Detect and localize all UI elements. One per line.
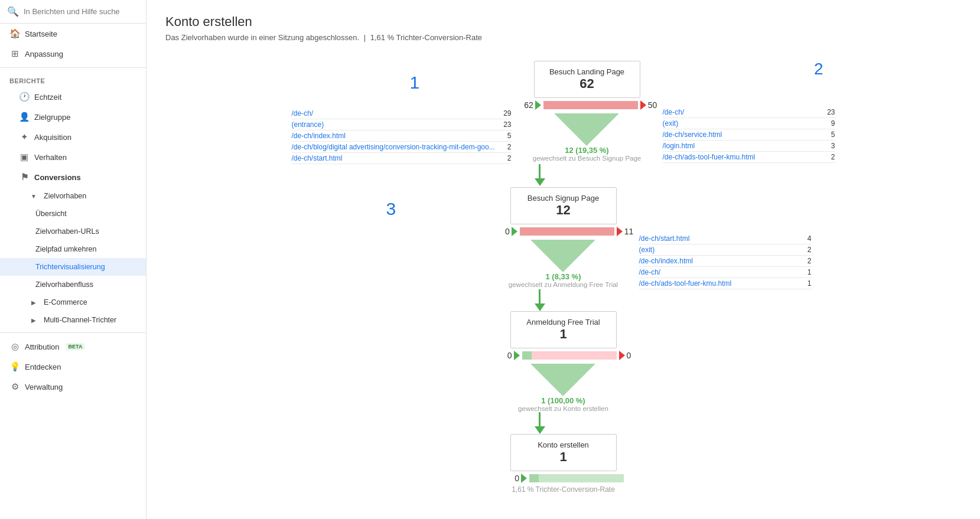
step-number-3: 3: [386, 199, 396, 219]
page-subtitle: Das Zielvorhaben wurde in einer Sitzung …: [165, 33, 961, 42]
sidebar-label: Conversions: [34, 173, 81, 182]
sidebar-label: Multi-Channel-Trichter: [44, 316, 116, 324]
outflow-num: 11: [624, 227, 634, 236]
sidebar-label: Attribution: [25, 342, 60, 351]
sidebar-item-attribution[interactable]: ◎ Attribution BETA: [0, 337, 146, 357]
box-title: Konto erstellen: [520, 440, 607, 449]
box-num: 62: [544, 76, 630, 92]
divider: [0, 67, 146, 68]
sidebar-item-akquisition[interactable]: ✦ Akquisition: [0, 127, 146, 147]
entry-row[interactable]: /de-ch/ads-tool-fuer-kmu.html 1: [639, 278, 812, 289]
attribution-icon: ◎: [9, 341, 20, 352]
progress-fill: [529, 474, 539, 482]
entry-row[interactable]: /de-ch/index.html 2: [639, 256, 812, 267]
inflow-arrow: [521, 474, 527, 483]
entry-row[interactable]: (entrance) 23: [292, 119, 512, 130]
sidebar-label: Zielvorhaben-URLs: [35, 227, 99, 236]
connector-line: [539, 164, 541, 178]
funnel-step-1: /de-ch/ 29 (entrance) 23 /de-ch/index.ht…: [165, 58, 961, 164]
entry-row[interactable]: /de-ch/ 1: [639, 267, 812, 278]
right-panel-step2: /de-ch/start.html 4 (exit) 2 /de-ch/inde…: [634, 186, 812, 289]
entry-row[interactable]: /de-ch/index.html 5: [292, 130, 512, 142]
entry-row[interactable]: /de-ch/ads-tool-fuer-kmu.html 2: [663, 152, 835, 163]
grid-icon: ⊞: [9, 48, 20, 59]
outflow-arrow: [617, 227, 623, 236]
conversion-section-step3: 1 (100,00 %) gewechselt zu Konto erstell…: [518, 364, 608, 412]
sidebar-item-verwaltung[interactable]: ⚙ Verwaltung: [0, 377, 146, 397]
sidebar-label: Entdecken: [25, 363, 61, 371]
sidebar-label: Trichtervisualisierung: [35, 263, 105, 271]
sidebar-item-zielpfad-umkehren[interactable]: Zielpfad umkehren: [0, 240, 146, 258]
bar-section-step2: 0 11: [493, 227, 634, 236]
outflow-num: 50: [648, 100, 657, 110]
sidebar-item-ecommerce[interactable]: ▶ E-Commerce: [0, 293, 146, 311]
progress-bar: [543, 101, 638, 109]
right-panel-step1: 2 /de-ch/ 23 (exit) 9 /de-ch/s: [658, 60, 835, 163]
sidebar-item-zielvorhaben-urls[interactable]: Zielvorhaben-URLs: [0, 223, 146, 240]
sidebar-item-uebersicht[interactable]: Übersicht: [0, 205, 146, 223]
bar-section-step1: 62 50: [517, 100, 657, 110]
subtitle-text: Das Zielvorhaben wurde in einer Sitzung …: [165, 33, 359, 42]
box-title: Besuch Signup Page: [520, 194, 607, 203]
funnel-step-3: Anmeldung Free Trial 1 0 0: [165, 311, 961, 412]
sidebar-item-zielvorhabenfluss[interactable]: Zielvorhabenfluss: [0, 276, 146, 293]
sidebar-label: E-Commerce: [44, 298, 87, 306]
sidebar-item-startseite[interactable]: 🏠 Startseite: [0, 24, 146, 44]
search-input[interactable]: [24, 7, 139, 16]
entry-row[interactable]: /de-ch/start.html 4: [639, 233, 812, 244]
entry-row[interactable]: (exit) 9: [663, 118, 835, 129]
person-icon: 👤: [19, 112, 30, 122]
sidebar-label: Echtzeit: [34, 93, 61, 102]
inflow-arrow: [535, 100, 541, 110]
entry-row[interactable]: /de-ch/ 23: [663, 107, 835, 118]
funnel-box-step3: Anmeldung Free Trial 1: [510, 311, 617, 348]
inflow-num: 0: [503, 474, 519, 483]
expand-icon: ▶: [28, 299, 39, 306]
sidebar-label: Zielpfad umkehren: [35, 245, 97, 253]
clock-icon: 🕐: [19, 92, 30, 102]
sidebar-item-conversions[interactable]: ⚑ Conversions: [0, 167, 146, 187]
inflow-num: 62: [517, 100, 533, 110]
entry-row[interactable]: (exit) 2: [639, 244, 812, 256]
progress-fill: [522, 351, 532, 360]
search-box[interactable]: 🔍: [0, 0, 146, 24]
sidebar-item-entdecken[interactable]: 💡 Entdecken: [0, 357, 146, 377]
sidebar-item-zielgruppe[interactable]: 👤 Zielgruppe: [0, 107, 146, 127]
left-panel-step1: /de-ch/ 29 (entrance) 23 /de-ch/index.ht…: [292, 58, 516, 164]
entry-row[interactable]: /de-ch/blog/digital advertising/conversi…: [292, 142, 512, 153]
progress-bar: [522, 351, 617, 360]
discover-icon: 💡: [9, 361, 20, 372]
sidebar-item-anpassung[interactable]: ⊞ Anpassung: [0, 44, 146, 64]
entry-row[interactable]: /de-ch/ 29: [292, 108, 512, 119]
sidebar-label: Zielgruppe: [34, 113, 70, 122]
connector-line: [539, 289, 541, 303]
entry-row[interactable]: /de-ch/start.html 2: [292, 153, 512, 164]
flag-icon: ⚑: [19, 172, 30, 182]
behavior-icon: ▣: [19, 152, 30, 162]
sidebar-item-multichannel[interactable]: ▶ Multi-Channel-Trichter: [0, 311, 146, 329]
progress-fill: [520, 227, 614, 236]
connector-2-3: [165, 289, 961, 311]
main-content: Konto erstellen Das Zielvorhaben wurde i…: [146, 0, 980, 519]
entry-row[interactable]: /login.html 3: [663, 141, 835, 152]
box-num: 1: [520, 449, 607, 465]
sidebar-item-zielvorhaben[interactable]: ▼ Zielvorhaben: [0, 187, 146, 205]
outflow-arrow: [619, 351, 625, 360]
connector-arrowhead: [535, 426, 545, 434]
sidebar: 🔍 🏠 Startseite ⊞ Anpassung BERICHTE 🕐 Ec…: [0, 0, 146, 519]
conversion-pct: 12 (19,35 %): [565, 146, 608, 155]
sidebar-item-trichtervisualisierung[interactable]: Trichtervisualisierung: [0, 258, 146, 276]
sidebar-item-verhalten[interactable]: ▣ Verhalten: [0, 147, 146, 167]
expand-icon: ▶: [28, 317, 39, 324]
funnel-box-step4: Konto erstellen 1: [510, 434, 617, 471]
conversion-section-step2: 1 (8,33 %) gewechselt zu Anmeldung Free …: [509, 240, 618, 288]
box-title: Besuch Landing Page: [544, 67, 630, 76]
sidebar-item-echtzeit[interactable]: 🕐 Echtzeit: [0, 87, 146, 107]
section-label-berichte: BERICHTE: [0, 71, 146, 87]
bar-section-step4: 0: [503, 474, 624, 483]
sidebar-label: Zielvorhaben: [44, 192, 86, 200]
entry-row[interactable]: /de-ch/service.html 5: [663, 129, 835, 141]
connector-1-2: [165, 164, 961, 186]
outflow-step-num: 2: [814, 60, 823, 79]
conversion-label: gewechselt zu Konto erstellen: [518, 405, 608, 412]
